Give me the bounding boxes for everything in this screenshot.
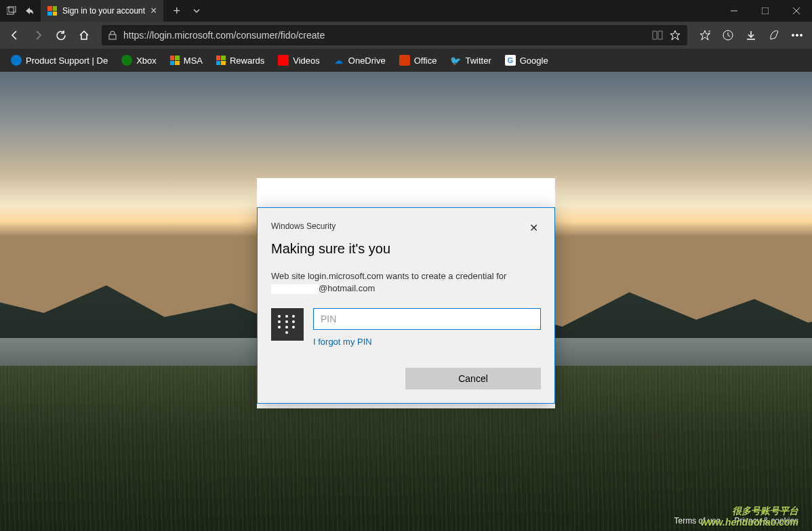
svg-rect-1 [9, 6, 16, 12]
redacted-username [271, 284, 319, 294]
svg-rect-6 [109, 35, 116, 39]
page-viewport: Terms of use Privacy & cookies 很多号账号平台 w… [0, 72, 812, 531]
favorite-star-icon[interactable] [670, 30, 681, 41]
windows-security-dialog: Windows Security ✕ Making sure it's you … [257, 207, 555, 404]
back-button[interactable] [9, 30, 20, 41]
lock-icon [108, 30, 117, 40]
bookmark-product-support[interactable]: Product Support | De [5, 52, 113, 68]
bookmark-office[interactable]: Office [394, 52, 443, 68]
tab-title: Sign in to your account [62, 6, 145, 16]
bookmark-xbox[interactable]: Xbox [116, 52, 162, 68]
bookmark-google[interactable]: GGoogle [500, 52, 554, 68]
browser-tab[interactable]: Sign in to your account × [41, 0, 163, 22]
refresh-button[interactable] [56, 30, 66, 41]
titlebar: Sign in to your account × + [0, 0, 812, 22]
microsoft-logo-icon [170, 56, 180, 65]
history-icon[interactable] [723, 30, 733, 41]
bookmark-videos[interactable]: Videos [272, 52, 325, 68]
tab-close-icon[interactable]: × [150, 5, 157, 17]
bookmark-onedrive[interactable]: ☁OneDrive [328, 52, 391, 68]
dialog-close-icon[interactable]: ✕ [527, 221, 541, 234]
pin-input[interactable] [313, 308, 541, 330]
new-tab-button[interactable]: + [173, 4, 180, 18]
more-icon[interactable] [792, 34, 803, 37]
microsoft-logo-icon [216, 56, 226, 65]
svg-point-11 [796, 35, 798, 37]
window-close-button[interactable] [781, 0, 812, 22]
maximize-button[interactable] [750, 0, 781, 22]
footer-links: Terms of use Privacy & cookies [674, 516, 798, 526]
pin-pad-icon [271, 308, 304, 341]
reading-view-icon[interactable] [652, 30, 663, 40]
minimize-button[interactable] [718, 0, 750, 22]
svg-rect-0 [7, 7, 14, 14]
favorites-icon[interactable] [699, 30, 710, 41]
forward-button[interactable] [33, 30, 43, 41]
home-button[interactable] [79, 30, 89, 41]
svg-point-10 [792, 35, 794, 37]
bookmark-msa[interactable]: MSA [165, 53, 208, 68]
svg-rect-3 [762, 7, 769, 14]
dialog-label: Windows Security [271, 221, 336, 231]
bookmarks-bar: Product Support | De Xbox MSA Rewards Vi… [0, 49, 812, 72]
svg-point-12 [800, 35, 803, 37]
cancel-button[interactable]: Cancel [405, 368, 541, 389]
bookmark-rewards[interactable]: Rewards [211, 53, 270, 68]
microsoft-logo-icon [47, 6, 57, 16]
forgot-pin-link[interactable]: I forgot my PIN [313, 337, 372, 347]
url-text: https://login.microsoft.com/consumer/fid… [123, 30, 645, 41]
bookmark-twitter[interactable]: 🐦Twitter [445, 52, 496, 68]
toolbar: https://login.microsoft.com/consumer/fid… [0, 22, 812, 49]
share-icon[interactable] [24, 6, 34, 16]
tabs-icon[interactable] [7, 6, 16, 16]
url-bar[interactable]: https://login.microsoft.com/consumer/fid… [102, 25, 687, 45]
notes-icon[interactable] [769, 30, 779, 41]
dialog-description: Web site login.microsoft.com wants to cr… [271, 270, 541, 295]
privacy-link[interactable]: Privacy & cookies [734, 516, 798, 526]
tab-chevron-down-icon[interactable] [192, 7, 201, 15]
downloads-icon[interactable] [746, 30, 756, 41]
dialog-title: Making sure it's you [271, 241, 541, 257]
terms-link[interactable]: Terms of use [674, 516, 721, 526]
